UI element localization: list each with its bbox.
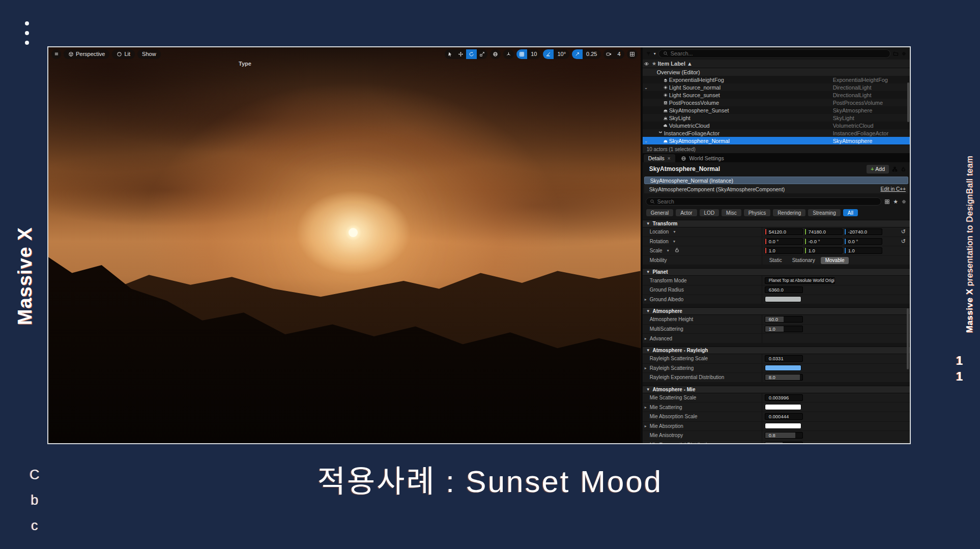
outliner-row[interactable]: ⌄SkyAtmosphere_NormalSkyAtmosphere	[643, 137, 910, 145]
scale-tool-button[interactable]	[477, 49, 487, 59]
vector-field[interactable]: -20740.0	[844, 228, 882, 235]
category-pill-actor[interactable]: Actor	[676, 209, 697, 216]
axis-dropdown-icon[interactable]: ▾	[673, 229, 675, 234]
move-tool-button[interactable]	[455, 49, 466, 59]
category-pill-misc[interactable]: Misc	[722, 209, 741, 216]
new-folder-icon[interactable]	[893, 51, 899, 56]
rotate-tool-button[interactable]	[466, 49, 477, 59]
grid-snap-value[interactable]: 10	[527, 51, 540, 57]
chevron-down-icon[interactable]: ▾	[654, 51, 656, 56]
browse-hierarchy-icon[interactable]	[892, 166, 898, 172]
slider-field[interactable]: 1.0	[765, 326, 803, 332]
surface-snapping-button[interactable]	[503, 49, 514, 59]
favorites-icon[interactable]: ★	[893, 198, 898, 205]
reset-to-default-icon[interactable]: ↺	[901, 238, 906, 245]
tab-world-settings[interactable]: World Settings	[676, 154, 729, 162]
rotation-snap-value[interactable]: 10°	[554, 51, 569, 57]
color-swatch[interactable]	[765, 296, 801, 302]
vector-field[interactable]: 0.0 °	[765, 238, 803, 245]
reset-to-default-icon[interactable]: ↺	[901, 228, 906, 235]
mobility-option-movable[interactable]: Movable	[821, 257, 849, 264]
axis-dropdown-icon[interactable]: ▾	[667, 248, 669, 253]
expander-icon[interactable]: ▸	[645, 366, 647, 370]
perspective-button[interactable]: Perspective	[64, 49, 109, 59]
camera-speed-button[interactable]	[603, 49, 614, 59]
outliner-row[interactable]: SkyAtmosphere_SunsetSkyAtmosphere	[643, 106, 910, 114]
dropdown-field[interactable]: Planet Top at Absolute World Origin▾	[765, 277, 835, 284]
slider-field[interactable]: 1.2	[765, 442, 803, 443]
expand-chevron-icon[interactable]: ⌄	[643, 85, 650, 90]
color-swatch[interactable]	[765, 404, 801, 410]
details-scrollbar[interactable]	[907, 308, 909, 369]
expander-icon[interactable]: ▸	[645, 424, 647, 428]
category-pill-streaming[interactable]: Streaming	[808, 209, 841, 216]
show-button[interactable]: Show	[137, 49, 161, 59]
section-header[interactable]: ▼Atmosphere - Mie	[643, 386, 910, 393]
category-pill-rendering[interactable]: Rendering	[773, 209, 805, 216]
outliner-settings-icon[interactable]	[901, 51, 907, 56]
vector-field[interactable]: 54120.0	[765, 228, 803, 235]
value-field[interactable]: 0.0331	[765, 355, 803, 362]
type-column-header[interactable]: Type	[239, 61, 251, 67]
category-pill-general[interactable]: General	[646, 209, 674, 216]
add-component-button[interactable]: + Add	[867, 165, 889, 174]
scale-snap-value[interactable]: 0.25	[583, 51, 600, 57]
value-field[interactable]: 0.003996	[765, 394, 803, 401]
axis-dropdown-icon[interactable]: ▾	[673, 239, 675, 244]
slider-field[interactable]: 8.0	[765, 374, 803, 381]
visibility-column-icon[interactable]	[643, 61, 651, 67]
section-header[interactable]: ▼Atmosphere	[643, 307, 910, 315]
category-pill-physics[interactable]: Physics	[744, 209, 770, 216]
outliner-row[interactable]: ⌄Light Source_normalDirectionalLight	[643, 83, 910, 91]
display-filter-icon[interactable]	[884, 199, 890, 205]
outliner-row[interactable]: Overview (Editor)	[643, 68, 910, 76]
outliner-scrollbar[interactable]	[907, 82, 909, 122]
expander-icon[interactable]: ▸	[645, 336, 647, 341]
outliner-row[interactable]: ExponentialHeightFogExponentialHeightFog	[643, 76, 910, 83]
section-header[interactable]: ▼Transform	[643, 220, 910, 227]
maximize-viewport-button[interactable]	[627, 49, 638, 59]
category-pill-all[interactable]: All	[843, 209, 858, 216]
camera-speed-value[interactable]: 4	[614, 51, 624, 57]
vector-field[interactable]: 74180.0	[804, 228, 843, 235]
rotation-snap-toggle-button[interactable]	[543, 49, 554, 59]
outliner-row[interactable]: SkyLightSkyLight	[643, 114, 910, 122]
close-tab-icon[interactable]: ×	[668, 156, 671, 161]
vector-field[interactable]: 1.0	[844, 247, 882, 254]
section-header[interactable]: ▼Planet	[643, 268, 910, 276]
viewport-menu-button[interactable]	[51, 49, 61, 59]
slider-field[interactable]: 0.8	[765, 432, 803, 439]
slider-field[interactable]: 60.0	[765, 316, 803, 323]
scale-lock-icon[interactable]	[674, 247, 680, 254]
details-search-input[interactable]: Search	[646, 197, 882, 206]
edit-in-cpp-link[interactable]: Edit in C++	[881, 186, 906, 192]
vector-field[interactable]: -0.0 °	[804, 238, 843, 245]
unlocked-icon[interactable]	[901, 166, 906, 172]
outliner-row[interactable]: VolumetricCloudVolumetricCloud	[643, 122, 910, 129]
vector-field[interactable]: 0.0 °	[844, 238, 882, 245]
outliner-search-input[interactable]: Search...	[658, 49, 890, 58]
mobility-option-static[interactable]: Static	[765, 257, 787, 264]
expander-icon[interactable]: ▸	[645, 297, 647, 302]
lit-mode-button[interactable]: Lit	[112, 49, 135, 59]
vector-field[interactable]: 1.0	[765, 247, 803, 254]
outliner-row[interactable]: PostProcessVolumePostProcessVolume	[643, 99, 910, 106]
scale-snap-toggle-button[interactable]	[572, 49, 583, 59]
item-label-column-header[interactable]: Item Label ▲	[658, 61, 693, 67]
section-header[interactable]: ▼Atmosphere - Rayleigh	[643, 346, 910, 354]
color-swatch[interactable]	[765, 423, 801, 429]
value-field[interactable]: 6360.0	[765, 286, 803, 293]
pin-column-icon[interactable]: ★	[651, 61, 658, 66]
expand-chevron-icon[interactable]: ⌄	[643, 138, 650, 143]
filter-icon[interactable]	[646, 51, 651, 56]
mobility-option-stationary[interactable]: Stationary	[788, 257, 820, 264]
category-pill-lod[interactable]: LOD	[700, 209, 719, 216]
vector-field[interactable]: 1.0	[804, 247, 843, 254]
world-coordinate-button[interactable]	[490, 49, 501, 59]
instance-row[interactable]: SkyAtmosphere_Normal (Instance)	[644, 177, 908, 184]
viewport[interactable]: Perspective Lit Show 1010°0.254	[48, 47, 641, 443]
component-row[interactable]: SkyAtmosphereComponent (SkyAtmosphereCom…	[644, 185, 908, 193]
select-tool-button[interactable]	[445, 49, 455, 59]
outliner-row[interactable]: InstancedFoliageActorInstancedFoliageAct…	[643, 129, 910, 137]
expander-icon[interactable]: ▸	[645, 405, 647, 410]
